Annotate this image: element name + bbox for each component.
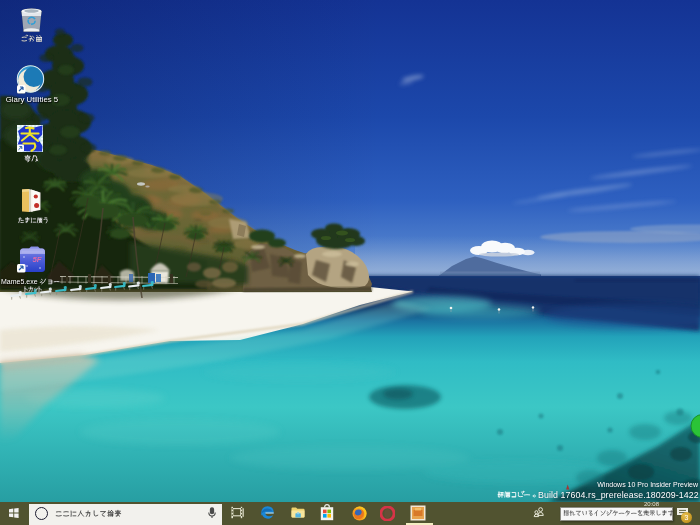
svg-text:5F: 5F (32, 255, 41, 264)
